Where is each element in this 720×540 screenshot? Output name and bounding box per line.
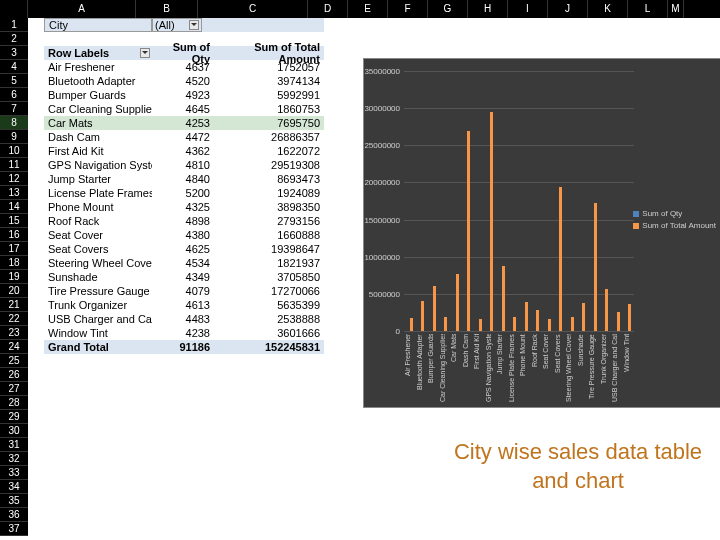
- row-header-37[interactable]: 37: [0, 522, 28, 536]
- chevron-down-icon[interactable]: [140, 48, 150, 58]
- row-headers[interactable]: 1234567891011121314151617181920212223242…: [0, 18, 28, 536]
- row-header-33[interactable]: 33: [0, 466, 28, 480]
- column-header-D[interactable]: D: [308, 0, 348, 18]
- pivot-data-row[interactable]: Sunshade43493705850: [44, 270, 324, 284]
- row-header-27[interactable]: 27: [0, 382, 28, 396]
- grand-total-label: Grand Total: [44, 341, 152, 353]
- row-header-36[interactable]: 36: [0, 508, 28, 522]
- row-header-25[interactable]: 25: [0, 354, 28, 368]
- row-header-1[interactable]: 1: [0, 18, 28, 32]
- row-header-7[interactable]: 7: [0, 102, 28, 116]
- bar-amount: [525, 302, 528, 331]
- pivot-data-row[interactable]: Air Freshener46371752057: [44, 60, 324, 74]
- pivot-data-row[interactable]: Bumper Guards49235992991: [44, 88, 324, 102]
- pivot-data-row[interactable]: USB Charger and Cables44832538888: [44, 312, 324, 326]
- column-header-I[interactable]: I: [508, 0, 548, 18]
- row-header-10[interactable]: 10: [0, 144, 28, 158]
- row-header-21[interactable]: 21: [0, 298, 28, 312]
- row-header-11[interactable]: 11: [0, 158, 28, 172]
- row-header-6[interactable]: 6: [0, 88, 28, 102]
- row-header-31[interactable]: 31: [0, 438, 28, 452]
- legend-swatch-amt: [633, 223, 639, 229]
- row-header-20[interactable]: 20: [0, 284, 28, 298]
- pivot-data-row[interactable]: First Aid Kit43621622072: [44, 144, 324, 158]
- row-label: Window Tint: [44, 327, 152, 339]
- column-header-F[interactable]: F: [388, 0, 428, 18]
- row-header-4[interactable]: 4: [0, 60, 28, 74]
- pivot-chart[interactable]: 0500000010000000150000002000000025000000…: [363, 58, 720, 408]
- row-header-35[interactable]: 35: [0, 494, 28, 508]
- pivot-data-row[interactable]: Car Mats42537695750: [44, 116, 324, 130]
- pivot-data-row[interactable]: Jump Starter48408693473: [44, 172, 324, 186]
- pivot-data-row[interactable]: License Plate Frames52001924089: [44, 186, 324, 200]
- bar-amount: [490, 112, 493, 331]
- row-label: GPS Navigation System: [44, 159, 152, 171]
- pivot-data-row[interactable]: Phone Mount43253898350: [44, 200, 324, 214]
- x-tick-label: Jump Starter: [496, 334, 508, 404]
- row-header-17[interactable]: 17: [0, 242, 28, 256]
- column-header-E[interactable]: E: [348, 0, 388, 18]
- row-header-13[interactable]: 13: [0, 186, 28, 200]
- row-label: Tire Pressure Gauge: [44, 285, 152, 297]
- pivot-data-row[interactable]: Tire Pressure Gauge407917270066: [44, 284, 324, 298]
- row-header-12[interactable]: 12: [0, 172, 28, 186]
- row-header-15[interactable]: 15: [0, 214, 28, 228]
- column-headers[interactable]: ABCDEFGHIJKLM: [0, 0, 720, 18]
- row-header-5[interactable]: 5: [0, 74, 28, 88]
- x-tick-label: Air Freshener: [404, 334, 416, 404]
- pivot-data-row[interactable]: Seat Cover43801660888: [44, 228, 324, 242]
- x-tick-label: Bumper Guards: [427, 334, 439, 404]
- row-header-30[interactable]: 30: [0, 424, 28, 438]
- pivot-data-row[interactable]: Seat Covers462519398647: [44, 242, 324, 256]
- y-tick-label: 30000000: [364, 104, 400, 113]
- row-header-22[interactable]: 22: [0, 312, 28, 326]
- row-header-8[interactable]: 8: [0, 116, 28, 130]
- row-header-19[interactable]: 19: [0, 270, 28, 284]
- row-amt: 19398647: [214, 243, 324, 255]
- column-header-G[interactable]: G: [428, 0, 468, 18]
- row-header-16[interactable]: 16: [0, 228, 28, 242]
- row-header-9[interactable]: 9: [0, 130, 28, 144]
- column-header-L[interactable]: L: [628, 0, 668, 18]
- pivot-data-row[interactable]: GPS Navigation System481029519308: [44, 158, 324, 172]
- row-header-14[interactable]: 14: [0, 200, 28, 214]
- chart-legend: Sum of Qty Sum of Total Amount: [633, 209, 716, 233]
- row-header-3[interactable]: 3: [0, 46, 28, 60]
- row-header-2[interactable]: 2: [0, 32, 28, 46]
- pivot-data-row[interactable]: Steering Wheel Cover45341821937: [44, 256, 324, 270]
- row-header-28[interactable]: 28: [0, 396, 28, 410]
- worksheet-area[interactable]: City (All) Row Labels Sum of Qty Sum of …: [28, 18, 720, 540]
- column-header-B[interactable]: B: [136, 0, 198, 18]
- row-header-32[interactable]: 32: [0, 452, 28, 466]
- row-header-18[interactable]: 18: [0, 256, 28, 270]
- select-all-corner[interactable]: [0, 0, 28, 18]
- column-header-M[interactable]: M: [668, 0, 684, 18]
- x-tick-label: Sunshade: [577, 334, 589, 404]
- column-header-C[interactable]: C: [198, 0, 308, 18]
- x-tick-label: Car Cleaning Supplies: [439, 334, 451, 404]
- row-header-24[interactable]: 24: [0, 340, 28, 354]
- row-amt: 1860753: [214, 103, 324, 115]
- pivot-data-row[interactable]: Car Cleaning Supplies46451860753: [44, 102, 324, 116]
- bar-group: [439, 317, 451, 331]
- row-header-23[interactable]: 23: [0, 326, 28, 340]
- x-tick-label: Steering Wheel Cover: [565, 334, 577, 404]
- column-header-H[interactable]: H: [468, 0, 508, 18]
- pivot-data-row[interactable]: Bluetooth Adapter45203974134: [44, 74, 324, 88]
- pivot-data-row[interactable]: Trunk Organizer46135635399: [44, 298, 324, 312]
- y-tick-label: 35000000: [364, 67, 400, 76]
- row-header-29[interactable]: 29: [0, 410, 28, 424]
- row-header-26[interactable]: 26: [0, 368, 28, 382]
- column-header-A[interactable]: A: [28, 0, 136, 18]
- pivot-data-row[interactable]: Dash Cam447226886357: [44, 130, 324, 144]
- pivot-table[interactable]: City (All) Row Labels Sum of Qty Sum of …: [44, 18, 324, 354]
- filter-value-dropdown[interactable]: (All): [152, 18, 202, 32]
- row-amt: 29519308: [214, 159, 324, 171]
- column-header-J[interactable]: J: [548, 0, 588, 18]
- row-header-34[interactable]: 34: [0, 480, 28, 494]
- pivot-data-row[interactable]: Window Tint42383601666: [44, 326, 324, 340]
- column-header-K[interactable]: K: [588, 0, 628, 18]
- pivot-data-row[interactable]: Roof Rack48982793156: [44, 214, 324, 228]
- row-label: Car Mats: [44, 117, 152, 129]
- pivot-filter-row[interactable]: City (All): [44, 18, 324, 32]
